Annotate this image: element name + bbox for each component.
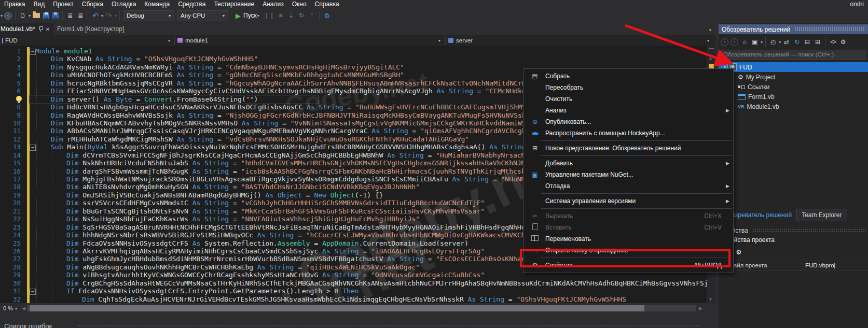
tree-item-fud[interactable]: ▾VBFUD [719, 62, 868, 72]
solution-configuration-combo[interactable]: Debug▾ [123, 10, 174, 21]
fold-marker-icon[interactable]: ‒ [30, 49, 36, 55]
context-menu-item[interactable]: ✂ВырезатьCtrl+X [523, 210, 733, 222]
chevron-down-icon[interactable]: ▾ [707, 38, 709, 43]
menu-item[interactable]: Проект [49, 1, 78, 8]
menu-item[interactable]: Команда [140, 1, 174, 8]
breadcrumb-member-dropdown[interactable]: server [447, 35, 707, 46]
menu-item[interactable]: Тестирование [210, 1, 258, 8]
pin-icon[interactable] [39, 26, 43, 32]
start-debug-label[interactable]: Пуск [243, 12, 257, 19]
menu-item[interactable]: Вид [30, 1, 49, 8]
breadcrumb-type-dropdown[interactable]: module1 [176, 35, 444, 46]
open-file-icon[interactable] [33, 13, 40, 18]
menu-item[interactable]: Сборка [78, 1, 107, 8]
property-value[interactable]: FUD.vbproj [802, 261, 868, 270]
editor-tab[interactable]: Module1.vb*✕ [0, 23, 53, 35]
solution-explorer-header[interactable]: Обозреватель решений [719, 24, 868, 34]
error-list-panel-header[interactable]: Список ошибок [0, 313, 716, 328]
home-icon[interactable]: ⌂ [740, 38, 749, 46]
menu-item[interactable]: Анализ [258, 1, 288, 8]
fold-marker-icon[interactable]: ‒ [30, 145, 36, 151]
context-menu-item[interactable]: ▤Собрать [523, 70, 733, 82]
solution-platform-combo[interactable]: Any CPU▾ [177, 10, 228, 21]
collapse-all-icon[interactable]: ⊟ [803, 38, 811, 46]
forward-icon[interactable]: › [731, 38, 738, 46]
navigate-backward-code-icon[interactable]: ≣ [66, 12, 74, 19]
context-menu-item[interactable]: Отладка▶ [523, 180, 733, 192]
view-code-icon[interactable]: <> [829, 38, 837, 46]
scroll-left-icon[interactable]: ◀ [22, 306, 25, 311]
context-menu-item[interactable]: Распространить с помощью HockeyApp... [523, 127, 733, 139]
show-all-files-icon[interactable]: ⊞ [814, 38, 822, 46]
switch-views-dropdown-icon[interactable]: ▾ [761, 40, 763, 45]
panel-tab-team-explorer[interactable]: Team Explorer [796, 209, 847, 221]
zoom-dropdown-icon[interactable]: ▾ [15, 306, 17, 311]
chevron-down-icon[interactable]: ▾ [438, 38, 440, 43]
save-all-icon[interactable] [52, 12, 59, 19]
fold-marker-icon[interactable]: ‒ [30, 289, 36, 295]
menu-item[interactable]: Средства [174, 1, 210, 8]
context-menu-item[interactable]: ⊞Новое представление: Обозреватель решен… [523, 142, 733, 154]
pause-icon[interactable]: ❙❙ [264, 12, 274, 19]
undo-dropdown-icon[interactable]: ▾ [101, 13, 103, 18]
start-debug-dropdown-icon[interactable]: ▾ [257, 13, 259, 18]
menu-item[interactable]: Правка [0, 1, 30, 8]
context-menu-item[interactable]: Анализ▶ [523, 105, 733, 116]
property-row[interactable]: Файл проекта FUD.vbproj [719, 261, 868, 271]
scroll-up-icon[interactable]: ▲ [709, 56, 712, 61]
context-menu-item[interactable]: Система управления версиями▶ [523, 195, 733, 207]
properties-panel-header[interactable]: Свойства [721, 226, 866, 235]
context-menu-item[interactable]: ВставитьCtrl+V [523, 222, 733, 233]
new-project-icon[interactable]: 🗋 [19, 12, 27, 19]
stop-icon[interactable]: ■ [277, 12, 285, 19]
tree-item-form1-vb[interactable]: Form1.vb [719, 92, 868, 102]
properties-icon[interactable]: ⚙ [839, 38, 847, 46]
toolbar-overflow-icon[interactable]: ▾ [1, 13, 3, 18]
context-menu-item[interactable]: ⊕Опубликовать... [523, 116, 733, 127]
back-icon[interactable]: ‹ [721, 38, 728, 46]
close-icon[interactable]: ✕ [46, 26, 50, 32]
find-in-files-icon[interactable]: ⧉ [323, 12, 331, 19]
tree-item-my-project[interactable]: ⚙My Project [719, 72, 868, 82]
menu-item[interactable]: Отладка [107, 1, 140, 8]
step-out-icon[interactable]: ⇡ [308, 12, 316, 19]
filter-dropdown-icon[interactable]: ▾ [779, 40, 781, 45]
code-text: Sub Main(ByVal kSsAggcSSuvrqFhWaSOisssyN… [21, 143, 530, 151]
tree-item-module1-vb[interactable]: VBModule1.vb [719, 102, 868, 111]
navigate-forward-code-icon[interactable]: ≣ [76, 12, 85, 19]
restart-icon[interactable]: ↻ [297, 12, 306, 19]
scrollbar-thumb[interactable] [30, 305, 644, 311]
document-well-dropdown-icon[interactable]: ▼ [708, 28, 712, 33]
scroll-down-icon[interactable]: ▼ [709, 297, 712, 302]
context-menu-item[interactable]: Пересобрать [523, 82, 733, 93]
signed-in-user[interactable]: ondri [850, 1, 864, 8]
show-next-statement-icon[interactable]: ⇣ [287, 12, 295, 19]
sync-with-active-document-icon[interactable]: ⇄ [782, 38, 791, 46]
chevron-down-icon[interactable]: ▾ [168, 38, 170, 43]
menu-item[interactable]: Справка [311, 1, 343, 8]
refresh-icon[interactable]: ↻ [793, 38, 801, 46]
breadcrumb-project-dropdown[interactable]: FUD [0, 35, 174, 46]
save-icon[interactable] [43, 12, 49, 19]
properties-pages-icon[interactable]: ⚙ [735, 249, 743, 256]
start-debug-icon[interactable]: ▶ [234, 12, 242, 20]
solution-explorer-search-input[interactable]: Обозреватель решений — поиск (Ctrl+;) [720, 50, 866, 60]
context-menu-item[interactable]: Переименовать [523, 233, 733, 245]
editor-tab[interactable]: Form1.vb [Конструктор] [53, 23, 128, 35]
tree-item--[interactable]: Ссылки [719, 82, 868, 92]
quick-actions-lightbulb-icon[interactable] [16, 96, 22, 102]
navigate-back-icon[interactable]: ‹ [4, 12, 12, 20]
context-menu-item[interactable]: Добавить▶ [523, 158, 733, 169]
scroll-right-icon[interactable]: ▶ [699, 306, 702, 311]
context-menu-item[interactable]: Очистить [523, 93, 733, 105]
redo-icon[interactable]: ↷ [105, 11, 113, 20]
zoom-level[interactable]: 0 % [3, 305, 13, 311]
redo-dropdown-icon[interactable]: ▾ [115, 13, 117, 18]
context-menu-item[interactable]: ▣Управление пакетами NuGet... [523, 169, 733, 180]
pending-changes-filter-icon[interactable]: ◴ [769, 38, 777, 46]
scrollbar-split-handle[interactable] [709, 48, 714, 50]
menu-item[interactable]: Окно [288, 1, 311, 8]
switch-views-icon[interactable]: ▣ [751, 38, 759, 46]
new-project-dropdown-icon[interactable]: ▾ [29, 13, 31, 18]
undo-icon[interactable]: ↶ [91, 11, 100, 20]
